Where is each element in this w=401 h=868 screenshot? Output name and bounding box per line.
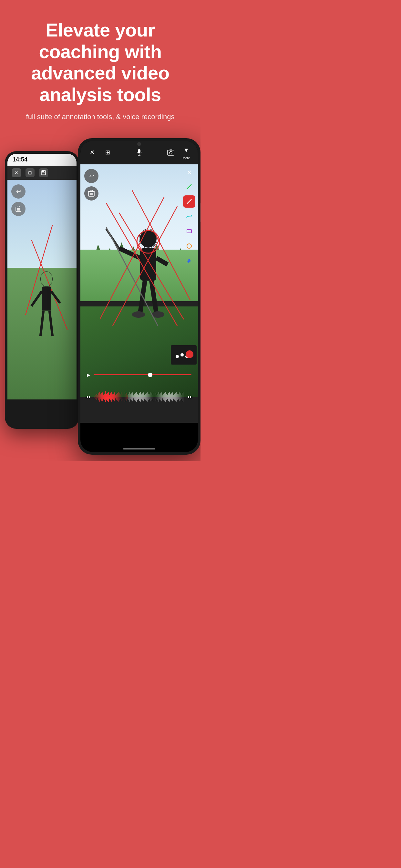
play-button[interactable]: ▶ — [87, 372, 90, 377]
front-video-area: ✕ ↩ — [81, 164, 198, 423]
back-save-button[interactable] — [39, 168, 48, 177]
progress-track[interactable] — [94, 374, 191, 375]
line-tool-button[interactable] — [183, 195, 195, 208]
front-annotations-svg — [81, 164, 198, 423]
front-toolbar-left: ✕ ⊞ — [87, 147, 113, 158]
phone-back-screen: 14:54 ✕ ⊞ — [7, 154, 76, 426]
right-tools-panel — [183, 181, 195, 267]
phones-container: 14:54 ✕ ⊞ — [0, 138, 201, 461]
progress-thumb[interactable] — [148, 373, 152, 377]
record-button[interactable] — [186, 350, 193, 358]
svg-line-16 — [50, 310, 52, 336]
svg-point-11 — [40, 271, 52, 286]
svg-line-50 — [119, 213, 184, 319]
front-side-button — [200, 203, 201, 222]
front-undo-button[interactable]: ↩ — [84, 169, 98, 183]
svg-line-48 — [132, 190, 190, 300]
svg-point-42 — [132, 311, 145, 318]
svg-rect-28 — [90, 190, 93, 191]
waveform-track[interactable] — [95, 391, 184, 403]
svg-rect-12 — [42, 286, 51, 310]
svg-line-49 — [113, 206, 177, 326]
svg-rect-1 — [42, 170, 44, 172]
svg-point-33 — [187, 244, 191, 248]
back-annotations-svg — [7, 180, 76, 384]
svg-rect-22 — [169, 150, 172, 151]
video-progress-bar: ▶ — [81, 372, 198, 377]
front-split-button[interactable]: ⊞ — [102, 147, 113, 158]
svg-rect-32 — [187, 229, 191, 233]
front-mic-button[interactable] — [134, 147, 144, 158]
svg-point-52 — [176, 355, 179, 358]
rect-tool-button[interactable] — [183, 225, 195, 237]
home-indicator — [123, 448, 155, 450]
front-video-close[interactable]: ✕ — [184, 167, 194, 177]
svg-line-31 — [187, 199, 191, 204]
more-label: More — [183, 156, 190, 160]
front-close-button[interactable]: ✕ — [87, 147, 97, 158]
arrow-tool-button[interactable] — [183, 181, 195, 193]
back-close-button[interactable]: ✕ — [12, 168, 21, 177]
back-split-button[interactable]: ⊞ — [26, 168, 35, 177]
svg-line-39 — [156, 258, 167, 265]
svg-line-13 — [31, 291, 42, 306]
hero-title: Elevate your coaching with advanced vide… — [13, 20, 188, 105]
hero-subtitle: full suite of annotation tools, & voice … — [13, 112, 188, 122]
skip-back-button[interactable]: ⏮ — [86, 394, 91, 400]
svg-rect-17 — [138, 149, 141, 153]
phone-front: ✕ ⊞ — [78, 138, 201, 455]
skip-forward-button[interactable]: ⏭ — [188, 394, 193, 400]
circle-tool-button[interactable] — [183, 240, 195, 252]
hero-section: Elevate your coaching with advanced vide… — [0, 0, 201, 132]
back-status-bar: 14:54 — [7, 154, 76, 166]
move-tool-button[interactable] — [183, 255, 195, 267]
front-delete-button[interactable] — [84, 186, 98, 200]
front-screenshot-button[interactable] — [166, 147, 176, 158]
phone-front-screen: ✕ ⊞ — [81, 141, 198, 452]
phone-back: 14:54 ✕ ⊞ — [5, 151, 79, 429]
svg-point-21 — [169, 151, 172, 154]
front-more-button[interactable]: ▼ More — [181, 145, 191, 160]
waveform-bar: ⏮ ⏭ — [81, 391, 198, 403]
svg-rect-20 — [167, 150, 174, 155]
back-status-time: 14:54 — [12, 156, 27, 163]
front-camera-notch — [137, 142, 141, 146]
svg-rect-2 — [42, 173, 45, 175]
svg-point-53 — [181, 353, 184, 356]
front-toolbar-right: ▼ More — [166, 145, 191, 160]
back-toolbar: ✕ ⊞ — [7, 166, 76, 180]
back-video-area: ↩ — [7, 180, 76, 399]
svg-line-14 — [51, 291, 60, 303]
draw-tool-button[interactable] — [183, 210, 195, 222]
svg-line-15 — [40, 310, 43, 336]
